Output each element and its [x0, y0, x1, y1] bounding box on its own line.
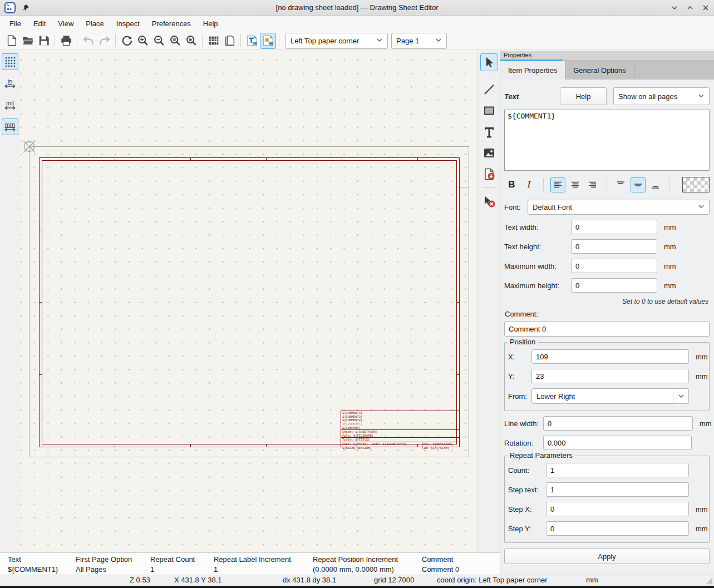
repeat-parameters-group: Repeat Parameters Count: 1 Step text: 1 … [504, 456, 710, 543]
grid-toggle-button[interactable] [2, 53, 18, 70]
append-sheet-button[interactable] [480, 165, 498, 183]
redo-button[interactable] [96, 33, 112, 49]
menu-preferences[interactable]: Preferences [146, 17, 197, 31]
apply-button[interactable]: Apply [504, 549, 710, 564]
title-block-rev-id[interactable]: Rev: ${REVISION} Id: ${#}/${##} [422, 442, 459, 449]
draw-line-tool-button[interactable] [480, 81, 498, 98]
text-format-toolbar: B I [504, 175, 710, 194]
valign-top-button[interactable] [614, 177, 629, 192]
drawing-canvas[interactable]: ${COMMENT4} ${COMMENT3} ${COMMENT2} ${CO… [20, 50, 477, 552]
title-block-company[interactable]: ${COMPANY} [341, 426, 459, 430]
repeat-group-title: Repeat Parameters [508, 451, 575, 459]
pos-y-input[interactable]: 23 [531, 369, 689, 383]
zoom-fit-button[interactable] [167, 33, 183, 49]
align-center-button[interactable] [568, 177, 583, 192]
new-sheet-button[interactable] [3, 33, 19, 49]
info-text-column: Text${COMMENT1} [8, 555, 58, 575]
save-button[interactable] [36, 33, 52, 49]
close-button[interactable] [702, 4, 710, 12]
info-comment-column: CommentComment 0 [422, 555, 459, 575]
show-preview-values-button[interactable] [260, 33, 276, 49]
title-block-title[interactable]: Title: ${TITLE} [341, 438, 459, 442]
step-x-input[interactable]: 0 [546, 502, 689, 516]
properties-tabs: Item Properties General Options [500, 61, 714, 80]
pos-x-input[interactable]: 109 [531, 349, 689, 364]
italic-button[interactable]: I [521, 177, 536, 192]
step-y-label: Step Y: [508, 525, 546, 533]
line-width-input[interactable]: 0 [543, 416, 693, 431]
show-placeholders-button[interactable] [244, 33, 260, 49]
title-block[interactable]: ${COMMENT4} ${COMMENT3} ${COMMENT2} ${CO… [341, 411, 459, 447]
menu-file[interactable]: File [3, 17, 27, 31]
page-select-dropdown[interactable]: Page 1 [391, 33, 447, 49]
title-block-sheet-file[interactable]: Sheet: ${SHEETPATH} File: ${FILENAME} [341, 430, 459, 438]
units-inches-button[interactable]: in [2, 75, 18, 92]
coord-origin-dropdown[interactable]: Left Top paper corner [285, 33, 388, 49]
tab-item-properties[interactable]: Item Properties [500, 61, 565, 80]
menu-help[interactable]: Help [197, 17, 224, 31]
step-x-unit: mm [689, 505, 706, 513]
pos-from-dropdown[interactable]: Lower Right [531, 388, 689, 404]
line-width-unit: mm [693, 419, 710, 428]
sheet-frame[interactable] [39, 157, 460, 447]
menu-view[interactable]: View [52, 17, 80, 31]
page-option-dropdown[interactable]: Show on all pages [613, 87, 710, 105]
menu-place[interactable]: Place [80, 17, 110, 31]
text-color-swatch[interactable] [682, 177, 710, 192]
max-height-input[interactable]: 0 [571, 278, 657, 293]
menu-bar: File Edit View Place Inspect Preferences… [0, 16, 714, 32]
zoom-out-button[interactable] [151, 33, 167, 49]
comment-input[interactable]: Comment 0 [504, 321, 710, 337]
unit-label-in: in [8, 78, 13, 84]
undo-button[interactable] [80, 33, 96, 49]
help-button[interactable]: Help [560, 87, 607, 105]
resize-grip[interactable] [705, 577, 713, 585]
valign-middle-button[interactable] [631, 177, 646, 192]
units-mm-button[interactable]: mm [2, 118, 18, 135]
sheet-frame-inner [42, 160, 457, 444]
step-y-input[interactable]: 0 [546, 521, 689, 536]
title-block-size-date[interactable]: Size: ${PAPER} Date: ${ISSUE_DATE} ${KIC… [341, 442, 422, 449]
menu-inspect[interactable]: Inspect [110, 17, 146, 31]
main-toolbar: Left Top paper corner Page 1 [0, 32, 714, 50]
menu-edit[interactable]: Edit [27, 17, 52, 31]
select-tool-button[interactable] [480, 53, 498, 71]
max-width-input[interactable]: 0 [571, 259, 657, 273]
defaults-note: Set to 0 to use default values [504, 298, 708, 305]
add-image-tool-button[interactable] [480, 144, 498, 162]
print-button[interactable] [58, 33, 74, 49]
delete-tool-button[interactable] [480, 192, 498, 210]
align-left-button[interactable] [550, 177, 565, 192]
align-right-button[interactable] [585, 177, 600, 192]
chevron-down-icon [692, 92, 705, 101]
open-sheet-button[interactable] [19, 33, 36, 49]
status-coord-origin: coord origin: Left Top paper corner [437, 576, 548, 584]
text-height-input[interactable]: 0 [571, 239, 657, 254]
minimize-button[interactable] [671, 4, 678, 12]
font-dropdown[interactable]: Default Font [528, 200, 710, 215]
rotation-input[interactable]: 0.000 [543, 436, 692, 450]
repeat-count-input[interactable]: 1 [546, 463, 689, 477]
max-width-unit: mm [657, 262, 674, 270]
zoom-in-button[interactable] [135, 33, 151, 49]
maximize-button[interactable] [686, 4, 694, 12]
bold-button[interactable]: B [504, 177, 519, 192]
preview-settings-button[interactable] [205, 33, 221, 49]
double-arrow-icon [4, 84, 16, 88]
comment1-text-selected[interactable]: ${COMMENT1} [342, 422, 458, 426]
text-content-textarea[interactable]: ${COMMENT1} [504, 110, 710, 171]
page-settings-button[interactable] [221, 33, 238, 49]
text-width-input[interactable]: 0 [571, 220, 657, 234]
pin-icon[interactable] [21, 3, 30, 12]
refresh-view-button[interactable] [119, 33, 135, 49]
valign-bottom-button[interactable] [648, 177, 663, 192]
draw-rectangle-tool-button[interactable] [480, 102, 498, 120]
right-toolbar [477, 50, 500, 552]
tab-general-options[interactable]: General Options [565, 61, 634, 80]
panel-accent-underline [500, 60, 563, 61]
step-text-input[interactable]: 1 [546, 482, 689, 497]
zoom-selection-button[interactable] [183, 33, 199, 49]
add-text-tool-button[interactable] [480, 123, 498, 141]
chevron-down-icon [371, 37, 383, 45]
units-mils-button[interactable]: mil [2, 97, 18, 113]
